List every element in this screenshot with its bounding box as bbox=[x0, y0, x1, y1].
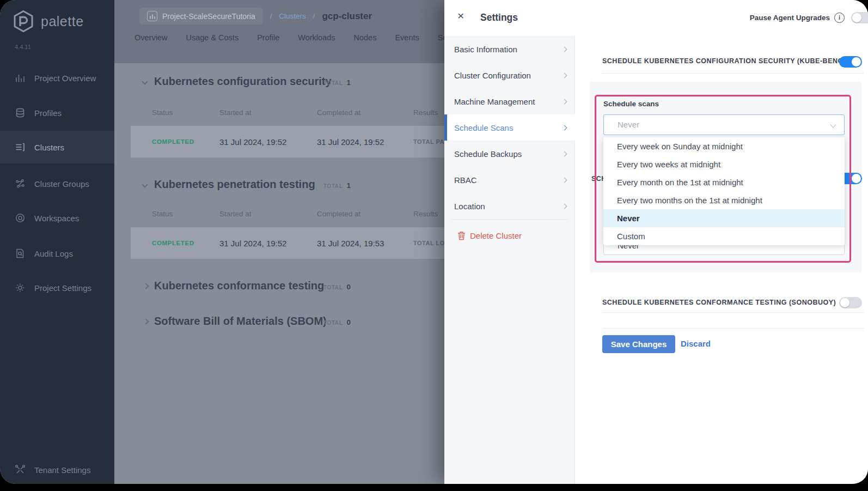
chevron-right-icon bbox=[562, 99, 567, 104]
breadcrumb-project: Project-ScaleSecureTutoria bbox=[162, 12, 255, 21]
column-header: Results bbox=[413, 108, 438, 117]
column-header: Results bbox=[413, 210, 438, 218]
column-header: Status bbox=[152, 210, 173, 218]
discard-link[interactable]: Discard bbox=[681, 339, 711, 348]
chevron-down-icon[interactable] bbox=[142, 181, 148, 187]
gear-icon bbox=[15, 282, 26, 293]
chevron-right-icon bbox=[562, 151, 567, 156]
chevron-down-icon[interactable] bbox=[142, 78, 148, 84]
palette-logo-icon bbox=[13, 10, 34, 33]
sidebar-item-label: Workspaces bbox=[34, 214, 79, 223]
section-title: Kubernetes conformance testing bbox=[154, 280, 324, 292]
chevron-right-icon[interactable] bbox=[143, 318, 149, 324]
delete-cluster-button[interactable]: Delete Cluster bbox=[444, 225, 575, 246]
pause-agent-upgrades-row: Pause Agent Upgrades i bbox=[444, 12, 868, 25]
tab-nodes[interactable]: Nodes bbox=[354, 33, 377, 42]
column-header: Started at bbox=[219, 210, 252, 218]
kube-bench-toggle[interactable] bbox=[839, 56, 862, 68]
breadcrumb-project-chip[interactable]: Project-ScaleSecureTutoria bbox=[139, 8, 263, 25]
dropdown-option[interactable]: Every two months on the 1st at midnight bbox=[603, 191, 845, 209]
dropdown-option[interactable]: Custom bbox=[603, 227, 845, 245]
cluster-groups-icon bbox=[15, 178, 26, 189]
dropdown-option[interactable]: Every month on the 1st at midnight bbox=[603, 173, 845, 191]
tab-profile[interactable]: Profile bbox=[257, 33, 279, 42]
sidebar-item-project-overview[interactable]: Project Overview bbox=[0, 65, 114, 91]
dropdown-option[interactable]: Every two weeks at midnight bbox=[603, 155, 845, 173]
schedule-options-dropdown: Every week on Sunday at midnight Every t… bbox=[603, 137, 845, 245]
sidebar-item-label: Tenant Settings bbox=[34, 465, 90, 475]
nav-item-schedule-backups[interactable]: Schedule Backups bbox=[444, 141, 575, 167]
sidebar-item-cluster-groups[interactable]: Cluster Groups bbox=[0, 171, 114, 197]
column-header: Status bbox=[152, 108, 173, 117]
brand-logo: palette bbox=[13, 10, 84, 33]
chevron-right-icon bbox=[562, 46, 567, 52]
trash-icon bbox=[457, 231, 466, 240]
column-header: Started at bbox=[219, 108, 252, 117]
audit-logs-icon bbox=[15, 248, 26, 259]
sidebar-item-audit-logs[interactable]: Audit Logs bbox=[0, 240, 114, 266]
project-icon bbox=[147, 11, 157, 21]
save-changes-button[interactable]: Save Changes bbox=[602, 335, 675, 353]
sidebar-item-clusters[interactable]: Clusters bbox=[0, 131, 114, 163]
tab-workloads[interactable]: Workloads bbox=[298, 33, 335, 42]
dropdown-option-selected[interactable]: Never bbox=[603, 209, 845, 227]
breadcrumb-cluster-name: gcp-cluster bbox=[322, 11, 372, 22]
column-header: Completed at bbox=[317, 210, 360, 218]
sidebar: palette 4.4.11 Project Overview Profiles… bbox=[0, 0, 114, 484]
sonobuoy-toggle[interactable] bbox=[839, 297, 862, 308]
pause-agent-upgrades-toggle[interactable] bbox=[851, 12, 868, 23]
status-badge: COMPLETED bbox=[152, 138, 194, 145]
breadcrumb: Project-ScaleSecureTutoria / Clusters / … bbox=[139, 8, 372, 25]
sidebar-item-label: Cluster Groups bbox=[34, 179, 89, 189]
chevron-right-icon[interactable] bbox=[143, 283, 149, 289]
completed-at-cell: 31 Jul 2024, 19:53 bbox=[317, 239, 384, 248]
sidebar-item-tenant-settings[interactable]: Tenant Settings bbox=[0, 457, 114, 483]
tab-overview[interactable]: Overview bbox=[135, 33, 167, 42]
brand-name: palette bbox=[41, 14, 84, 29]
nav-divider bbox=[452, 219, 567, 220]
section-total: TOTAL 0 bbox=[323, 283, 351, 291]
nav-item-machine-management[interactable]: Machine Management bbox=[444, 88, 575, 114]
sidebar-item-label: Clusters bbox=[34, 143, 64, 152]
cluster-tabs: Overview Usage & Costs Profile Workloads… bbox=[135, 33, 444, 42]
chevron-right-icon bbox=[562, 72, 567, 78]
tools-icon bbox=[15, 464, 26, 475]
info-icon[interactable]: i bbox=[834, 13, 845, 23]
workspaces-icon bbox=[15, 213, 26, 223]
cluster-details-page: Project-ScaleSecureTutoria / Clusters / … bbox=[114, 0, 444, 484]
sidebar-item-project-settings[interactable]: Project Settings bbox=[0, 275, 114, 301]
breadcrumb-separator: / bbox=[313, 12, 315, 20]
pause-agent-upgrades-label: Pause Agent Upgrades bbox=[750, 14, 830, 22]
section-total: TOTAL 1 bbox=[323, 78, 351, 87]
nav-item-rbac[interactable]: RBAC bbox=[444, 167, 575, 193]
started-at-cell: 31 Jul 2024, 19:52 bbox=[219, 137, 286, 147]
table-row[interactable]: COMPLETED 31 Jul 2024, 19:52 31 Jul 2024… bbox=[131, 227, 444, 259]
tab-scan[interactable]: Scan bbox=[438, 33, 444, 42]
results-cell: TOTAL LOW bbox=[413, 240, 444, 246]
section-total: TOTAL 0 bbox=[323, 318, 351, 326]
chevron-down-icon bbox=[830, 122, 836, 128]
profiles-icon bbox=[15, 107, 26, 118]
schedule-scans-label: Schedule scans bbox=[603, 100, 659, 108]
sidebar-item-label: Audit Logs bbox=[34, 249, 73, 258]
table-row[interactable]: COMPLETED 31 Jul 2024, 19:52 31 Jul 2024… bbox=[131, 126, 444, 157]
section-total: TOTAL 1 bbox=[323, 181, 351, 190]
breadcrumb-clusters-link[interactable]: Clusters bbox=[279, 12, 306, 20]
app-version: 4.4.11 bbox=[15, 44, 31, 50]
sidebar-item-profiles[interactable]: Profiles bbox=[0, 100, 114, 126]
dropdown-option[interactable]: Every week on Sunday at midnight bbox=[603, 137, 845, 155]
nav-item-basic-information[interactable]: Basic Information bbox=[444, 36, 575, 62]
nav-item-location[interactable]: Location bbox=[444, 193, 575, 219]
app-window: palette 4.4.11 Project Overview Profiles… bbox=[0, 0, 868, 484]
tab-events[interactable]: Events bbox=[395, 33, 419, 42]
sonobuoy-label: SCHEDULE KUBERNETES CONFORMANCE TESTING … bbox=[602, 299, 836, 306]
sidebar-item-label: Project Settings bbox=[34, 283, 91, 293]
sidebar-item-workspaces[interactable]: Workspaces bbox=[0, 205, 114, 231]
tab-usage-costs[interactable]: Usage & Costs bbox=[186, 33, 239, 42]
divider bbox=[602, 312, 864, 313]
schedule-scans-select[interactable]: Never bbox=[603, 114, 845, 135]
nav-item-schedule-scans[interactable]: Schedule Scans bbox=[444, 114, 575, 141]
column-header: Completed at bbox=[317, 108, 360, 117]
sidebar-item-label: Profiles bbox=[34, 108, 62, 118]
nav-item-cluster-configuration[interactable]: Cluster Configuration bbox=[444, 62, 575, 88]
